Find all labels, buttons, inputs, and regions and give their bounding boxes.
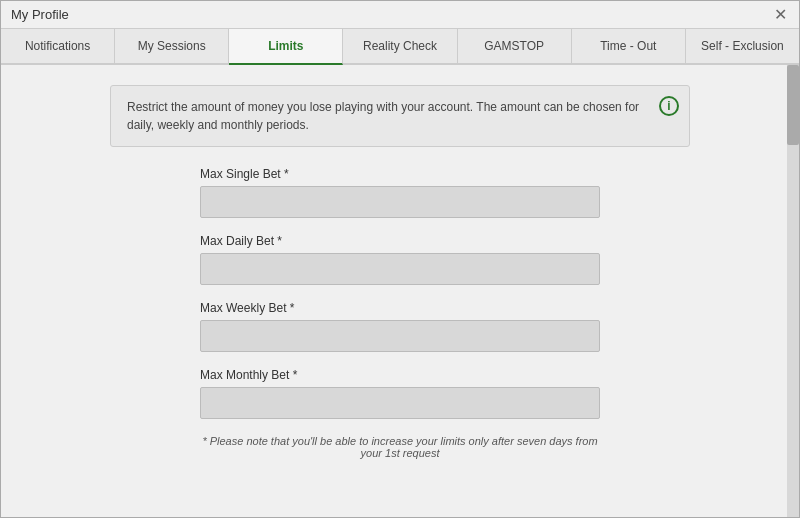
tab-my-sessions[interactable]: My Sessions [115, 29, 229, 63]
footnote: * Please note that you'll be able to inc… [200, 435, 600, 459]
max-weekly-bet-group: Max Weekly Bet * [200, 301, 600, 352]
max-monthly-bet-group: Max Monthly Bet * [200, 368, 600, 419]
scrollbar-thumb[interactable] [787, 65, 799, 145]
info-icon[interactable]: i [659, 96, 679, 116]
max-single-bet-group: Max Single Bet * [200, 167, 600, 218]
info-box-text: Restrict the amount of money you lose pl… [127, 98, 649, 134]
max-monthly-bet-input[interactable] [200, 387, 600, 419]
max-single-bet-label: Max Single Bet * [200, 167, 600, 181]
close-button[interactable]: ✕ [771, 6, 789, 24]
max-weekly-bet-label: Max Weekly Bet * [200, 301, 600, 315]
tab-gamstop[interactable]: GAMSTOP [458, 29, 572, 63]
tab-reality-check[interactable]: Reality Check [343, 29, 457, 63]
info-box: Restrict the amount of money you lose pl… [110, 85, 690, 147]
dialog-title: My Profile [11, 7, 69, 22]
tab-self-exclusion[interactable]: Self - Exclusion [686, 29, 799, 63]
max-daily-bet-input[interactable] [200, 253, 600, 285]
dialog-window: My Profile ✕ Notifications My Sessions L… [0, 0, 800, 518]
max-single-bet-input[interactable] [200, 186, 600, 218]
scrollbar-track [787, 65, 799, 517]
tab-bar: Notifications My Sessions Limits Reality… [1, 29, 799, 65]
tab-notifications[interactable]: Notifications [1, 29, 115, 63]
max-daily-bet-group: Max Daily Bet * [200, 234, 600, 285]
title-bar: My Profile ✕ [1, 1, 799, 29]
tab-time-out[interactable]: Time - Out [572, 29, 686, 63]
max-monthly-bet-label: Max Monthly Bet * [200, 368, 600, 382]
max-weekly-bet-input[interactable] [200, 320, 600, 352]
content-area: Restrict the amount of money you lose pl… [1, 65, 799, 517]
limits-form: Max Single Bet * Max Daily Bet * Max Wee… [200, 167, 600, 459]
max-daily-bet-label: Max Daily Bet * [200, 234, 600, 248]
tab-limits[interactable]: Limits [229, 29, 343, 65]
